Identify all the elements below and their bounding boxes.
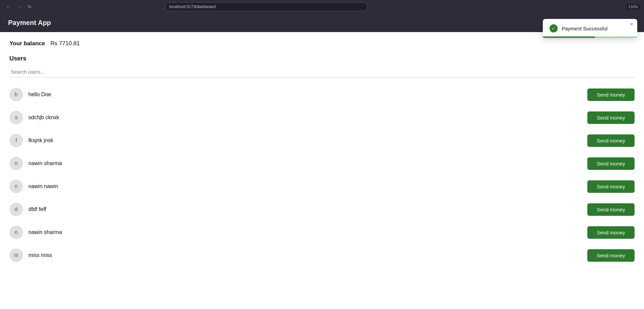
user-list: h hello Doe Send money s sdchjb cknxk Se… xyxy=(9,83,635,267)
user-item: n nawin sharma Send money xyxy=(9,221,635,244)
user-name: sdchjb cknxk xyxy=(28,114,587,121)
user-item: m miss miss Send money xyxy=(9,244,635,267)
search-input[interactable] xyxy=(9,66,635,78)
balance-label: Your balance xyxy=(9,40,45,47)
user-name: hello Doe xyxy=(28,92,587,98)
user-avatar: f xyxy=(9,134,23,147)
toast-notification: ✓ Payment Successful × xyxy=(543,19,637,38)
user-avatar: m xyxy=(9,249,23,262)
toast-success-icon: ✓ xyxy=(550,24,558,32)
send-money-button[interactable]: Send money xyxy=(587,111,635,124)
back-button[interactable]: ← xyxy=(4,3,13,11)
forward-button[interactable]: → xyxy=(15,3,24,11)
app-title: Payment App xyxy=(8,19,51,26)
toast-progress-bar xyxy=(543,36,637,38)
user-name: nawin sharma xyxy=(28,160,587,166)
toast-progress-inner xyxy=(543,36,637,38)
user-avatar: d xyxy=(9,203,23,216)
url-text: localhost:5173/dashboard xyxy=(169,4,216,9)
user-item: s sdchjb cknxk Send money xyxy=(9,106,635,129)
user-item: n nawin nawin Send money xyxy=(9,175,635,198)
toast-close-button[interactable]: × xyxy=(630,22,633,27)
zoom-level: 133% xyxy=(626,4,640,9)
send-money-button[interactable]: Send money xyxy=(587,88,635,101)
users-section: Users h hello Doe Send money s sdchjb ck… xyxy=(9,55,635,267)
user-avatar: n xyxy=(9,157,23,170)
users-section-title: Users xyxy=(9,55,635,62)
user-name: nawin nawin xyxy=(28,183,587,189)
send-money-button[interactable]: Send money xyxy=(587,249,635,262)
user-item: f fksjnk jnsk Send money xyxy=(9,129,635,152)
user-avatar: n xyxy=(9,226,23,239)
send-money-button[interactable]: Send money xyxy=(587,203,635,216)
user-avatar: n xyxy=(9,180,23,193)
browser-chrome: ← → ↻ localhost:5173/dashboard 133% xyxy=(0,0,644,14)
toast-message: Payment Successful xyxy=(562,26,608,31)
send-money-button[interactable]: Send money xyxy=(587,180,635,193)
nav-buttons: ← → ↻ xyxy=(4,3,34,11)
toast-progress-filled xyxy=(543,36,595,38)
user-item: h hello Doe Send money xyxy=(9,83,635,106)
main-content: Your balance Rs 7710.81 Users h hello Do… xyxy=(0,32,644,275)
balance-section: Your balance Rs 7710.81 xyxy=(9,40,635,47)
toast-progress-remaining xyxy=(595,36,637,38)
user-item: d dfdf feff Send money xyxy=(9,198,635,221)
address-bar[interactable]: localhost:5173/dashboard xyxy=(165,2,367,11)
reload-button[interactable]: ↻ xyxy=(26,3,34,11)
user-name: dfdf feff xyxy=(28,206,587,212)
send-money-button[interactable]: Send money xyxy=(587,134,635,147)
toast-container: ✓ Payment Successful × xyxy=(543,19,637,38)
send-money-button[interactable]: Send money xyxy=(587,226,635,239)
send-money-button[interactable]: Send money xyxy=(587,157,635,170)
user-item: n nawin sharma Send money xyxy=(9,152,635,175)
user-avatar: h xyxy=(9,88,23,101)
user-name: nawin sharma xyxy=(28,229,587,235)
user-name: fksjnk jnsk xyxy=(28,137,587,144)
user-avatar: s xyxy=(9,111,23,124)
user-name: miss miss xyxy=(28,252,587,258)
balance-amount: Rs 7710.81 xyxy=(51,40,80,47)
